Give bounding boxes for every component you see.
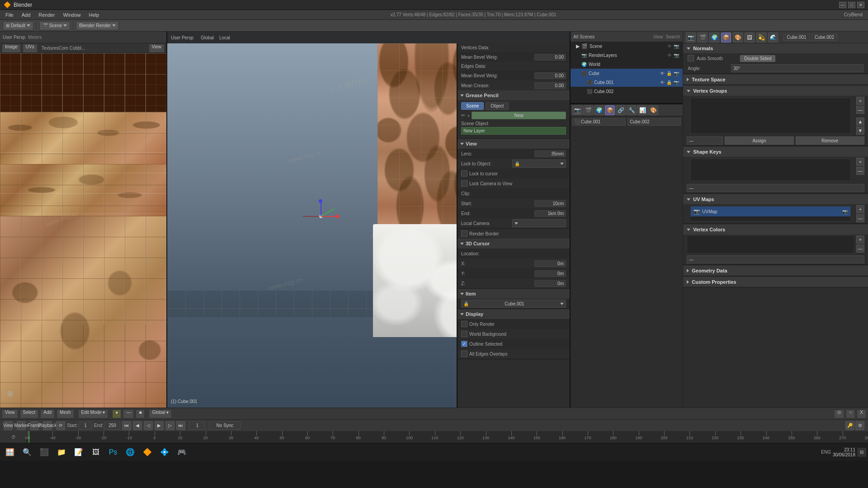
vertex-colors-header[interactable]: Vertex Colors <box>683 225 868 235</box>
photoshop-icon[interactable]: Ps <box>105 444 121 460</box>
cursor-y-value[interactable]: 0m <box>534 270 566 277</box>
snap-btn[interactable]: ⊙ <box>834 409 844 418</box>
gp-object-tab[interactable]: Object <box>486 102 509 110</box>
outliner-item-world[interactable]: 🌍 World <box>571 60 683 69</box>
menu-file[interactable]: File <box>2 11 17 19</box>
add-tab-btn[interactable]: Add <box>40 409 55 418</box>
jump-start-btn[interactable]: ⏮ <box>122 421 131 430</box>
object-props-icon[interactable]: 📦 <box>605 105 615 115</box>
all-edges-checkbox[interactable] <box>461 351 467 357</box>
constraints-icon[interactable]: 🔗 <box>616 105 626 115</box>
lock-to-cursor-checkbox[interactable] <box>461 170 467 177</box>
props-data-icon[interactable]: 📦 <box>721 33 731 42</box>
angle-value[interactable]: 30° <box>731 64 863 72</box>
3d-viewport[interactable]: User Persp Global Local Vertices Data: M… <box>167 32 570 408</box>
props-world-icon[interactable]: 🌍 <box>709 33 719 42</box>
cube-render[interactable]: 📷 <box>674 71 679 76</box>
menu-render[interactable]: Render <box>35 11 58 19</box>
view-btn[interactable]: View <box>653 34 663 39</box>
sk-value-field[interactable]: — <box>687 184 864 192</box>
jump-end-btn[interactable]: ⏭ <box>176 421 185 430</box>
outline-selected-checkbox[interactable]: ✓ <box>461 341 467 347</box>
face-select-btn[interactable]: ■ <box>136 409 145 418</box>
timeline-playhead[interactable] <box>28 431 29 443</box>
mesh-name-field[interactable]: Cube.002 <box>627 118 681 126</box>
gp-scene-tab[interactable]: Scene <box>461 102 484 110</box>
gp-new-layer-btn[interactable]: New Layer <box>461 127 566 135</box>
data-icon[interactable]: 📊 <box>637 105 647 115</box>
notepad-icon[interactable]: 📝 <box>71 444 87 460</box>
render-props-icon[interactable]: 📷 <box>572 105 582 115</box>
uv-view-tab[interactable]: View <box>149 44 165 53</box>
menu-add[interactable]: Add <box>18 11 34 19</box>
vg-remove-btn[interactable]: — <box>856 106 864 114</box>
double-sided-btn[interactable]: Double Sided <box>740 55 775 62</box>
uv-canvas[interactable]: 人人素材社区 www.rrcg.cn 人人素材社区 ⊕ <box>0 53 166 408</box>
frame-btn[interactable]: Frame <box>30 421 39 430</box>
cube001-vis[interactable]: 👁 <box>660 80 665 85</box>
renderer-btn[interactable]: Blender Render <box>76 21 119 30</box>
sync-dropdown[interactable]: No Sync <box>209 422 241 430</box>
lens-value[interactable]: 35mm <box>534 150 566 157</box>
scene-btn[interactable]: 🎬 Scene <box>39 21 70 30</box>
display-header[interactable]: Display <box>458 309 570 319</box>
play-rev-btn[interactable]: ◁ <box>144 421 153 430</box>
clip-end-value[interactable]: 1km 0m <box>534 210 566 217</box>
uv-uvs-tab[interactable]: UVs <box>23 44 38 53</box>
lock-camera-checkbox[interactable] <box>461 180 467 187</box>
timeline[interactable]: ⏱ -50-40-30-20-1001020304050607080901001… <box>0 431 868 443</box>
sync-icon[interactable]: ⟳ <box>56 421 65 430</box>
vg-down-btn[interactable]: ▼ <box>856 127 864 135</box>
scene-props-icon[interactable]: 🎬 <box>583 105 593 115</box>
gp-new-btn[interactable]: New <box>472 112 566 119</box>
prev-frame-btn[interactable]: ◀ <box>133 421 142 430</box>
cube-vis[interactable]: 👁 <box>660 71 665 76</box>
vertex-groups-header[interactable]: Vertex Groups <box>683 86 868 96</box>
xmirror-btn[interactable]: X <box>857 409 866 418</box>
mesh-tab-btn[interactable]: Mesh <box>57 409 74 418</box>
view-header[interactable]: View <box>458 139 570 149</box>
playback-btn[interactable]: Playback <box>43 421 52 430</box>
props-cube001-field[interactable]: Cube.001 <box>783 34 809 41</box>
scene-render-icon[interactable]: 📷 <box>674 44 679 49</box>
scene-visibility-icon[interactable]: 👁 <box>667 44 672 49</box>
clip-start-value[interactable]: 10cm <box>534 200 566 207</box>
only-render-checkbox[interactable] <box>461 321 467 327</box>
world-bg-checkbox[interactable] <box>461 331 467 337</box>
next-frame-btn[interactable]: ▷ <box>165 421 175 430</box>
vg-add-btn[interactable]: + <box>856 97 864 105</box>
paint-icon[interactable]: 🖼 <box>88 444 104 460</box>
restore-button[interactable]: □ <box>848 2 855 8</box>
current-frame-field[interactable]: 1 <box>189 422 205 430</box>
props-cube002-field[interactable]: Cube.002 <box>811 34 837 41</box>
outliner-item-scene[interactable]: ▶ 🎬 Scene 👁 📷 <box>571 42 683 51</box>
start-frame-field[interactable]: 1 <box>79 422 92 430</box>
play-btn[interactable]: ▶ <box>155 421 164 430</box>
outliner-item-cube[interactable]: ⬛ Cube 👁 🔒 📷 <box>571 69 683 78</box>
sk-add-btn[interactable]: + <box>856 158 864 166</box>
uv-map-item[interactable]: 📷 UVMap 📷 <box>691 206 850 216</box>
close-button[interactable]: ✕ <box>857 2 864 8</box>
edge-select-btn[interactable]: — <box>123 409 134 418</box>
custom-props-header[interactable]: Custom Properties <box>683 277 868 287</box>
keying-btn1[interactable]: 🔑 <box>845 421 854 430</box>
global-btn[interactable]: Global ▾ <box>149 409 172 418</box>
props-render-icon[interactable]: 📷 <box>686 33 696 42</box>
global-local-toggle[interactable]: Local <box>219 35 230 40</box>
minimize-button[interactable]: — <box>839 2 846 8</box>
lock-to-object-dropdown[interactable]: 🔒 <box>512 160 566 168</box>
vg-remove-sel-btn[interactable]: Remove <box>796 136 864 145</box>
material-icon[interactable]: 🎨 <box>648 105 658 115</box>
cube001-render[interactable]: 📷 <box>674 80 679 85</box>
vc-remove-btn[interactable]: — <box>856 244 864 253</box>
rl-render[interactable]: 📷 <box>674 53 679 58</box>
search-btn[interactable]: Search <box>666 34 680 39</box>
cursor-x-value[interactable]: 0m <box>534 260 566 267</box>
grease-pencil-header[interactable]: Grease Pencil <box>458 90 570 100</box>
uv-maps-header[interactable]: UV Maps <box>683 194 868 204</box>
uvm-active-icon[interactable]: 📷 <box>842 209 848 214</box>
uvm-remove-btn[interactable]: — <box>856 214 864 222</box>
cursor-z-value[interactable]: 0m <box>534 280 566 287</box>
proportional-btn[interactable]: ○ <box>846 409 855 418</box>
edit-mode-btn[interactable]: Edit Mode ▾ <box>78 409 108 418</box>
